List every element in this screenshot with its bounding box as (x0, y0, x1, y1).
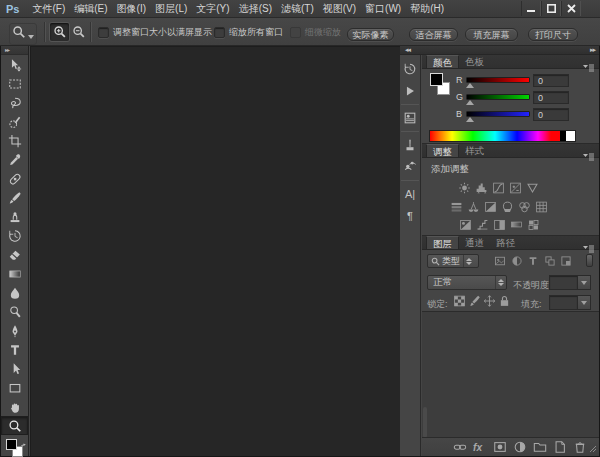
tab-paths[interactable]: 路径 (490, 236, 521, 249)
photo-filter-adjustment-icon[interactable] (501, 200, 514, 213)
properties-panel-icon[interactable] (400, 107, 420, 129)
layers-list[interactable] (422, 311, 599, 437)
filter-toggle-switch[interactable] (586, 254, 593, 267)
shape-tool[interactable] (1, 378, 28, 397)
blur-tool[interactable] (1, 283, 28, 302)
adjustment-filter-icon[interactable] (511, 255, 523, 267)
menu-item-6[interactable]: 滤镜(T) (277, 0, 318, 17)
menu-item-1[interactable]: 编辑(E) (70, 0, 111, 17)
b-value-input[interactable]: 0 (533, 108, 569, 121)
menu-item-5[interactable]: 选择(S) (235, 0, 276, 17)
tab-swatches[interactable]: 色板 (459, 55, 490, 68)
channel-mixer-adjustment-icon[interactable] (518, 200, 531, 213)
exposure-adjustment-icon[interactable] (509, 181, 522, 194)
fit-screen-button[interactable]: 适合屏幕 (409, 28, 458, 41)
minimize-button[interactable] (521, 1, 541, 16)
lock-pixels-icon[interactable] (468, 294, 481, 307)
menu-item-3[interactable]: 图层(L) (151, 0, 191, 17)
curves-adjustment-icon[interactable] (492, 181, 505, 194)
menu-item-9[interactable]: 帮助(H) (406, 0, 448, 17)
document-canvas[interactable] (30, 46, 400, 456)
color-balance-adjustment-icon[interactable] (467, 200, 480, 213)
threshold-adjustment-icon[interactable] (493, 218, 506, 231)
menu-item-4[interactable]: 文字(Y) (192, 0, 233, 17)
resize-window-checkbox[interactable] (98, 27, 109, 38)
new-layer-icon[interactable] (551, 440, 568, 454)
type-tool[interactable] (1, 340, 28, 359)
tab-adjustments[interactable]: 调整 (426, 144, 459, 157)
g-value-input[interactable]: 0 (533, 91, 569, 104)
history-brush-tool[interactable] (1, 226, 28, 245)
clone-source-panel-icon[interactable] (400, 156, 420, 178)
path-select-tool[interactable] (1, 359, 28, 378)
menu-item-7[interactable]: 视图(V) (319, 0, 360, 17)
black-white-adjustment-icon[interactable] (484, 200, 497, 213)
maximize-button[interactable] (541, 1, 561, 16)
expand-icon-strip[interactable]: ◂◂ (405, 46, 410, 54)
collapse-panels[interactable]: ▸▸ (590, 46, 595, 54)
filter-type-combo[interactable]: 类型 (427, 254, 479, 268)
lock-position-icon[interactable] (483, 294, 496, 307)
selective-color-adjustment-icon[interactable] (527, 218, 540, 231)
panel-resize-grip[interactable] (589, 439, 597, 457)
actual-pixels-button[interactable]: 实际像素 (347, 28, 394, 41)
invert-adjustment-icon[interactable] (459, 218, 472, 231)
actions-panel-icon[interactable] (400, 80, 420, 102)
tab-color[interactable]: 颜色 (426, 55, 459, 68)
fill-input[interactable] (549, 295, 578, 310)
tools-palette-collapse[interactable]: ▸▸ (1, 46, 28, 55)
b-slider-track[interactable] (466, 111, 530, 117)
tab-layers[interactable]: 图层 (426, 236, 459, 249)
link-layers-icon[interactable] (451, 440, 468, 454)
panel-foreground-swatch[interactable] (430, 73, 443, 86)
brush-panel-panel-icon[interactable] (400, 134, 420, 156)
new-group-icon[interactable] (531, 440, 548, 454)
gradient-map-adjustment-icon[interactable] (510, 218, 523, 231)
posterize-adjustment-icon[interactable] (476, 218, 489, 231)
menu-item-2[interactable]: 图像(I) (113, 0, 150, 17)
opacity-dropdown-arrow[interactable] (578, 275, 591, 290)
pen-tool[interactable] (1, 321, 28, 340)
paragraph-panel-icon[interactable]: ¶ (400, 205, 420, 227)
shape-filter-icon[interactable] (544, 255, 556, 267)
zoom-all-windows-checkbox[interactable] (214, 27, 225, 38)
fill-dropdown-arrow[interactable] (578, 295, 591, 310)
tool-preset-picker[interactable] (9, 23, 37, 45)
zoom-out-button[interactable] (69, 23, 88, 41)
g-slider-track[interactable] (466, 94, 530, 100)
fill-screen-button[interactable]: 填充屏幕 (465, 28, 518, 41)
r-slider-track[interactable] (466, 77, 530, 83)
lasso-tool[interactable] (1, 93, 28, 112)
color-spectrum-ramp[interactable] (429, 130, 576, 142)
zoom-in-button[interactable] (50, 23, 69, 41)
menu-item-8[interactable]: 窗口(W) (361, 0, 405, 17)
blend-mode-combo[interactable]: 正常 (427, 275, 507, 290)
color-lookup-adjustment-icon[interactable] (535, 200, 548, 213)
panel-drag-grip[interactable] (423, 407, 427, 438)
new-adjustment-icon[interactable] (511, 440, 528, 454)
healing-tool[interactable] (1, 169, 28, 188)
marquee-tool[interactable] (1, 74, 28, 93)
quick-select-tool[interactable] (1, 112, 28, 131)
history-panel-icon[interactable] (400, 58, 420, 80)
move-tool[interactable] (1, 55, 28, 74)
foreground-color-swatch[interactable] (6, 439, 17, 450)
type-filter-icon[interactable] (527, 255, 539, 267)
character-panel-icon[interactable]: A| (400, 183, 420, 205)
menu-item-0[interactable]: 文件(F) (28, 0, 69, 17)
print-size-button[interactable]: 打印尺寸 (528, 28, 578, 41)
eyedropper-tool[interactable] (1, 150, 28, 169)
gradient-tool[interactable] (1, 264, 28, 283)
clone-stamp-tool[interactable] (1, 207, 28, 226)
b-slider-thumb[interactable] (466, 117, 474, 122)
g-slider-thumb[interactable] (466, 100, 474, 105)
hue-saturation-adjustment-icon[interactable] (450, 200, 463, 213)
smart-filter-icon[interactable] (560, 255, 572, 267)
layer-style-icon[interactable]: fx (471, 440, 488, 454)
r-slider-thumb[interactable] (466, 83, 474, 88)
zoom-tool[interactable] (1, 416, 28, 435)
dodge-tool[interactable] (1, 302, 28, 321)
lock-transparent-icon[interactable] (453, 294, 466, 307)
opacity-input[interactable] (549, 275, 578, 290)
r-value-input[interactable]: 0 (533, 74, 569, 87)
